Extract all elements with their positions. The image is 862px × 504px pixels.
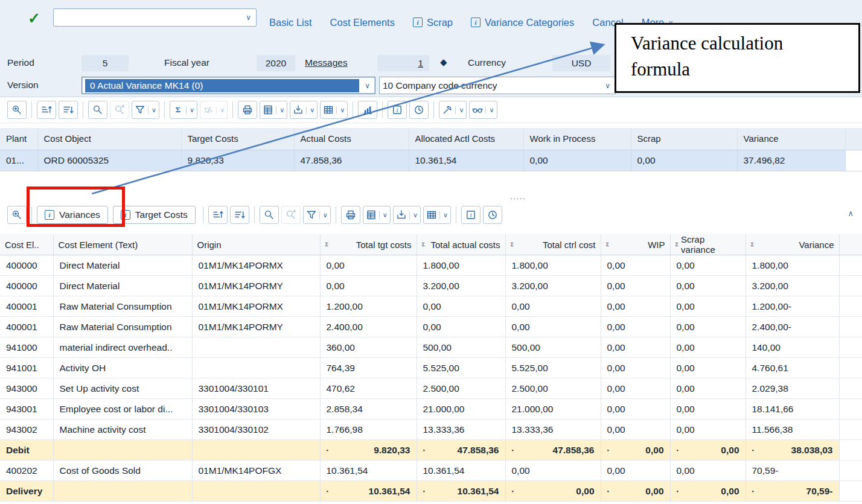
variances-button[interactable]: iVariances <box>37 206 108 224</box>
cell[interactable]: ▪10.361,54 <box>320 481 417 502</box>
cell[interactable]: Raw Material Consumption <box>53 317 192 337</box>
print-button[interactable] <box>341 206 360 224</box>
cell[interactable]: 10.361,54 <box>417 461 505 481</box>
cell[interactable]: 0,00 <box>601 378 670 399</box>
cell[interactable]: 0,00 <box>670 419 745 440</box>
messages-count-field[interactable]: 1 <box>377 55 429 71</box>
link-cost-elements[interactable]: Cost Elements <box>330 17 395 28</box>
pivot-view-button[interactable]: ∨ <box>320 101 348 119</box>
cell[interactable]: 1.800,00 <box>417 255 505 276</box>
find-next-button[interactable] <box>110 101 129 119</box>
pivot-view-button[interactable]: ∨ <box>423 206 451 224</box>
cell[interactable]: ▪0,00 <box>601 481 670 502</box>
column-header[interactable]: Cost Object <box>37 128 181 150</box>
scroll-up-button[interactable]: ∧ <box>848 209 854 218</box>
column-header[interactable]: ΣTotal tgt costs <box>320 234 417 255</box>
info-button[interactable]: i <box>461 206 480 224</box>
cell[interactable]: 3301004/330103 <box>192 399 320 419</box>
messages-link[interactable]: Messages <box>305 57 348 68</box>
cell[interactable]: 0,00 <box>601 358 670 378</box>
currency-field[interactable]: USD <box>552 55 610 71</box>
cell[interactable]: 2.858,34 <box>320 399 417 419</box>
sort-descending-button[interactable] <box>230 206 249 224</box>
cell[interactable]: Activity OH <box>53 358 192 378</box>
cell[interactable]: 0,00 <box>320 276 417 296</box>
cell[interactable]: 0,00 <box>670 337 745 358</box>
cell[interactable]: 01M1/MK14PORMX <box>192 296 320 317</box>
fiscal-year-field[interactable]: 2020 <box>257 55 295 71</box>
detail-row[interactable]: 400202Cost of Goods Sold01M1/MK14POFGX10… <box>0 461 862 481</box>
link-scrap[interactable]: iScrap <box>413 17 453 28</box>
cell[interactable]: ▪10.361,54 <box>417 481 505 502</box>
cell[interactable]: 0,00 <box>631 150 737 171</box>
cell[interactable]: 400001 <box>0 317 53 337</box>
choose-details-button[interactable] <box>7 101 27 119</box>
cell[interactable]: ▪0,00 <box>601 440 670 461</box>
cell[interactable]: 360,00 <box>320 337 417 358</box>
cell[interactable]: ▪47.858,36 <box>505 440 601 461</box>
cell[interactable] <box>192 481 320 502</box>
cell[interactable]: 0,00 <box>601 296 670 317</box>
info-button[interactable]: i <box>388 101 407 119</box>
link-basic-list[interactable]: Basic List <box>269 17 312 28</box>
cell[interactable]: 0,00 <box>601 419 670 440</box>
detail-row[interactable]: 400001Raw Material Consumption01M1/MK14P… <box>0 296 862 317</box>
cell[interactable]: 500,00 <box>417 337 505 358</box>
period-field[interactable]: 5 <box>81 55 129 71</box>
cell[interactable]: Employee cost or labor di... <box>53 399 192 419</box>
cell[interactable]: 2.029,38 <box>745 378 839 399</box>
cell[interactable]: Direct Material <box>53 276 192 296</box>
cell[interactable] <box>192 337 320 358</box>
column-header[interactable]: Target Costs <box>181 128 294 150</box>
total-row[interactable]: Delivery▪10.361,54▪10.361,54▪0,00▪0,00▪0… <box>0 481 862 502</box>
cell[interactable]: 941000 <box>0 337 53 358</box>
view-glasses-button[interactable]: ∨ <box>469 101 497 119</box>
cell[interactable]: 01... <box>0 150 37 171</box>
sort-ascending-button[interactable] <box>208 206 228 224</box>
detail-row[interactable]: 943002Machine activity cost3301004/33010… <box>0 419 862 440</box>
cell[interactable]: material indirect overhead.. <box>53 337 192 358</box>
detail-row[interactable]: 943000Set Up activity cost3301004/330101… <box>0 378 862 399</box>
cell[interactable]: 2.500,00 <box>417 378 505 399</box>
cell[interactable]: 18.141,66 <box>745 399 839 419</box>
total-row[interactable]: Debit▪9.820,33▪47.858,36▪47.858,36▪0,00▪… <box>0 440 862 461</box>
confirm-check-icon[interactable]: ✓ <box>28 10 40 27</box>
cell[interactable]: Debit <box>0 440 53 461</box>
cell[interactable]: 4.760,61 <box>745 358 839 378</box>
cell[interactable]: 0,00 <box>601 276 670 296</box>
column-header[interactable]: Cost El.. <box>0 234 53 255</box>
column-header[interactable]: ΣTotal ctrl cost <box>505 234 601 255</box>
find-button[interactable] <box>260 206 279 224</box>
cell[interactable]: 0,00 <box>601 317 670 337</box>
column-header[interactable]: ΣScrap variance <box>670 234 745 255</box>
column-header[interactable]: Variance <box>737 128 845 150</box>
cell[interactable]: 01M1/MK14PORMY <box>192 317 320 337</box>
cell[interactable]: 0,00 <box>670 461 745 481</box>
local-file-export-button[interactable]: ∨ <box>290 101 318 119</box>
column-header[interactable]: Scrap <box>631 128 737 150</box>
cell[interactable]: 9.820,33 <box>181 150 294 171</box>
cell[interactable]: 1.800,00 <box>745 255 839 276</box>
cell[interactable]: 0,00 <box>670 255 745 276</box>
cell[interactable]: 400202 <box>0 461 53 481</box>
cell[interactable]: 941001 <box>0 358 53 378</box>
cell[interactable]: 3.200,00 <box>417 276 505 296</box>
cell[interactable]: ORD 60005325 <box>37 150 181 171</box>
cell[interactable]: 943000 <box>0 378 53 399</box>
column-header[interactable]: ΣTotal actual costs <box>417 234 505 255</box>
sort-ascending-button[interactable] <box>37 101 56 119</box>
cell[interactable]: 13.333,36 <box>417 419 505 440</box>
cell[interactable]: 470,62 <box>320 378 417 399</box>
cell[interactable]: 0,00 <box>670 358 745 378</box>
chart-button[interactable] <box>358 101 377 119</box>
pane-splitter[interactable]: ..... <box>0 194 862 203</box>
cell[interactable]: 5.525,00 <box>505 358 601 378</box>
cell[interactable]: 1.200,00 <box>320 296 417 317</box>
sum-button[interactable]: Σ∨ <box>170 101 197 119</box>
cell[interactable]: 5.525,00 <box>417 358 505 378</box>
cell[interactable]: 500,00 <box>505 337 601 358</box>
cell[interactable]: 943002 <box>0 419 53 440</box>
spreadsheet-export-button[interactable]: ∨ <box>260 101 287 119</box>
cell[interactable]: 943001 <box>0 399 53 419</box>
cell[interactable]: 10.361,54 <box>320 461 417 481</box>
